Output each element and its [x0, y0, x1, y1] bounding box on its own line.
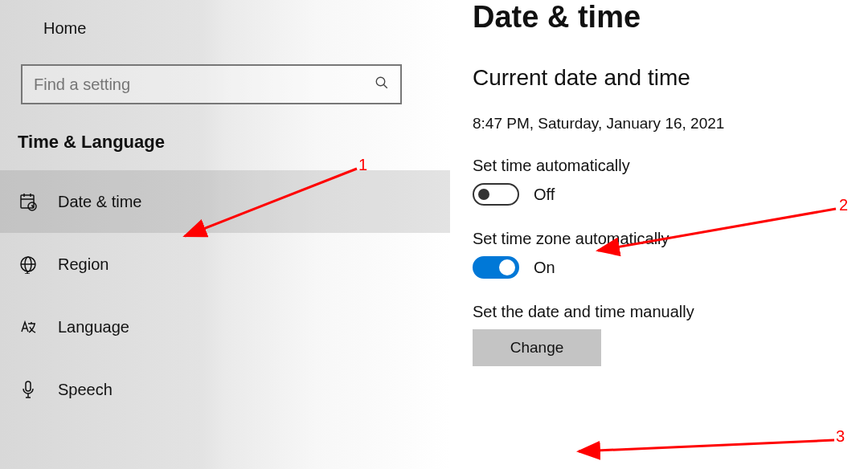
section-title: Current date and time [473, 65, 868, 91]
search-box[interactable] [21, 64, 402, 104]
set-time-auto-label: Set time automatically [473, 157, 868, 175]
search-input[interactable] [34, 75, 375, 94]
annotation-number-1: 1 [358, 156, 367, 174]
set-tz-auto-label: Set time zone automatically [473, 230, 868, 248]
language-icon [18, 317, 39, 336]
svg-line-8 [32, 206, 34, 207]
set-manual-label: Set the date and time manually [473, 303, 868, 321]
sidebar-item-date-time[interactable]: Date & time [0, 170, 450, 233]
set-time-auto-state: Off [534, 186, 555, 204]
svg-line-1 [383, 84, 387, 88]
sidebar-item-region[interactable]: Region [0, 233, 450, 296]
svg-point-0 [376, 77, 385, 86]
main-panel: Date & time Current date and time 8:47 P… [450, 0, 868, 469]
category-title: Time & Language [0, 104, 450, 170]
set-tz-auto-state: On [534, 259, 555, 277]
set-tz-auto-toggle[interactable] [473, 256, 519, 279]
sidebar-item-speech[interactable]: Speech [0, 358, 450, 421]
sidebar-item-label: Region [58, 255, 108, 274]
sidebar-item-language[interactable]: Language [0, 296, 450, 358]
page-title: Date & time [473, 0, 868, 35]
annotation-number-2: 2 [839, 196, 848, 214]
sidebar-item-label: Speech [58, 381, 113, 399]
globe-icon [18, 255, 39, 274]
change-button[interactable]: Change [473, 329, 601, 366]
set-time-auto-toggle[interactable] [473, 183, 519, 206]
calendar-clock-icon [18, 192, 39, 211]
annotation-number-3: 3 [836, 427, 845, 446]
search-icon [375, 75, 389, 94]
settings-sidebar: Home Time & Language Date & time Region … [0, 0, 450, 469]
current-datetime: 8:47 PM, Saturday, January 16, 2021 [473, 115, 868, 133]
microphone-icon [18, 380, 39, 399]
sidebar-item-label: Date & time [58, 193, 141, 211]
sidebar-item-label: Language [58, 318, 129, 336]
svg-rect-14 [26, 381, 31, 391]
home-button[interactable]: Home [0, 6, 450, 50]
home-label: Home [43, 19, 86, 38]
